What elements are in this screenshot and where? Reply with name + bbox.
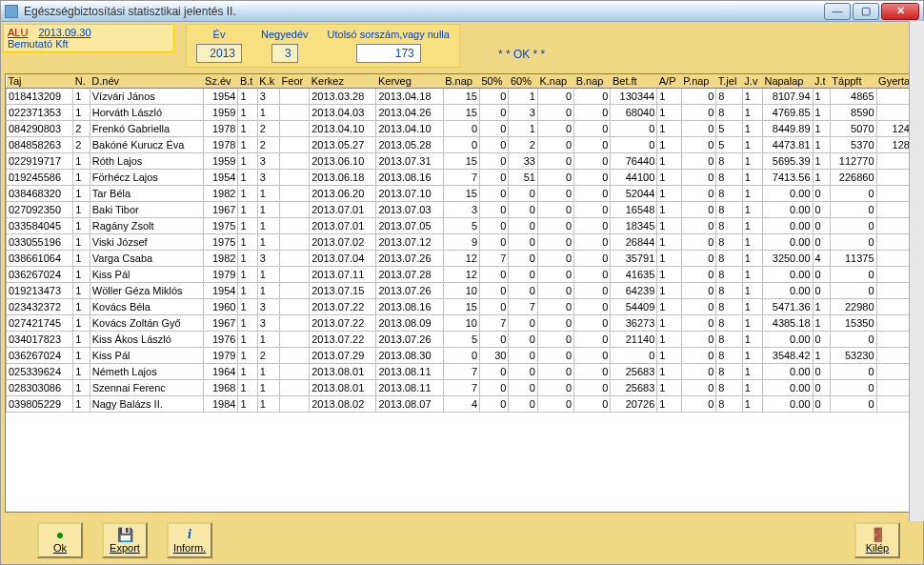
table-row[interactable]: 0362670241Kiss Pál1979112013.07.112013.0… [7, 267, 918, 283]
cell[interactable]: 0 [574, 283, 611, 299]
cell[interactable]: 1 [238, 218, 257, 234]
cell[interactable]: 5 [716, 137, 743, 153]
cell[interactable]: 2013.07.15 [310, 283, 376, 299]
cell[interactable]: 15 [443, 299, 479, 315]
cell[interactable]: 0 [681, 332, 716, 348]
cell[interactable]: 1 [238, 137, 257, 153]
cell[interactable]: 025339624 [7, 364, 73, 380]
table-row[interactable]: 0283030861Szennai Ferenc1968112013.08.01… [7, 380, 918, 396]
cell[interactable]: 0 [574, 186, 611, 202]
cell[interactable]: 1 [73, 332, 90, 348]
cell[interactable]: 8590 [830, 105, 876, 121]
cell[interactable]: 5 [716, 121, 743, 137]
cell[interactable]: 2013.07.31 [376, 153, 443, 170]
cell[interactable]: 2013.08.16 [376, 170, 443, 186]
cell[interactable]: 0 [480, 121, 509, 137]
cell[interactable]: 2013.07.01 [310, 218, 376, 234]
cell[interactable]: 2013.06.10 [310, 153, 376, 170]
cell[interactable]: 5695.39 [762, 153, 813, 170]
cell[interactable]: 1 [73, 251, 90, 267]
cell[interactable]: 0 [537, 234, 573, 251]
cell[interactable]: 12 [443, 267, 479, 283]
cell[interactable]: 1 [742, 186, 762, 202]
cell[interactable] [280, 137, 310, 153]
cell[interactable]: 1 [238, 186, 257, 202]
cell[interactable]: 0 [480, 153, 509, 170]
cell[interactable]: 1 [238, 153, 257, 170]
table-row[interactable]: 0253396241Németh Lajos1964112013.08.0120… [7, 364, 918, 380]
cell[interactable]: 0 [537, 251, 573, 267]
cell[interactable]: 5070 [830, 121, 876, 137]
cell[interactable]: 2013.08.01 [310, 380, 376, 396]
cell[interactable]: 1 [657, 170, 681, 186]
cell[interactable]: 1 [238, 89, 257, 105]
cell[interactable]: 1 [657, 267, 681, 283]
cell[interactable]: 1 [813, 121, 830, 137]
cell[interactable] [280, 202, 310, 218]
cell[interactable]: 1 [73, 105, 90, 121]
cell[interactable]: 1 [742, 137, 762, 153]
table-row[interactable]: 0398052291Nagy Balázs II.1984112013.08.0… [7, 396, 918, 413]
company-code-link[interactable]: ALU [8, 27, 28, 38]
cell[interactable]: 1 [742, 396, 762, 413]
cell[interactable]: 0 [537, 202, 573, 218]
cell[interactable]: 0 [681, 315, 716, 332]
cell[interactable]: 52044 [611, 186, 657, 202]
cell[interactable]: 2013.07.22 [310, 332, 376, 348]
cell[interactable]: 54409 [611, 299, 657, 315]
cell[interactable]: 0 [509, 218, 537, 234]
cell[interactable]: 1 [73, 218, 90, 234]
ok-button[interactable]: ● Ok [37, 522, 83, 558]
cell[interactable]: 8 [716, 299, 743, 315]
cell[interactable]: 8 [716, 315, 743, 332]
cell[interactable]: 1984 [203, 396, 238, 413]
cell[interactable]: 1 [657, 121, 681, 137]
table-row[interactable]: 0386610641Varga Csaba1982132013.07.04201… [7, 251, 918, 267]
cell[interactable]: 0 [509, 315, 537, 332]
cell[interactable]: 4865 [830, 89, 876, 105]
cell[interactable]: 1 [73, 153, 90, 170]
cell[interactable]: 038468320 [7, 186, 73, 202]
cell[interactable]: 1 [742, 299, 762, 315]
cell[interactable]: 0 [480, 202, 509, 218]
cell[interactable]: 2013.04.18 [376, 89, 443, 105]
cell[interactable]: 0 [830, 186, 876, 202]
cell[interactable]: 0 [480, 364, 509, 380]
cell[interactable]: 2013.07.29 [310, 348, 376, 364]
cell[interactable]: 0.00 [762, 364, 813, 380]
cell[interactable]: 8 [716, 234, 743, 251]
cell[interactable]: 0 [813, 364, 830, 380]
cell[interactable]: 2013.08.01 [310, 364, 376, 380]
cell[interactable]: 16548 [611, 202, 657, 218]
cell[interactable]: 2013.06.18 [310, 170, 376, 186]
cell[interactable]: 0 [611, 348, 657, 364]
cell[interactable]: 0 [830, 396, 876, 413]
cell[interactable]: 1 [742, 380, 762, 396]
cell[interactable]: Horváth László [90, 105, 203, 121]
cell[interactable]: 1979 [203, 348, 238, 364]
cell[interactable]: Kiss Ákos László [90, 332, 203, 348]
cell[interactable]: 0 [681, 170, 716, 186]
cell[interactable]: 1 [742, 332, 762, 348]
cell[interactable]: 4 [443, 396, 479, 413]
cell[interactable]: 027421745 [7, 315, 73, 332]
cell[interactable]: 028303086 [7, 380, 73, 396]
exit-button[interactable]: 🚪 Kilép [854, 522, 900, 558]
cell[interactable]: 1 [257, 218, 279, 234]
cell[interactable]: 0 [574, 315, 611, 332]
cell[interactable]: 1 [238, 202, 257, 218]
cell[interactable]: 019245586 [7, 170, 73, 186]
cell[interactable]: 2013.07.22 [310, 299, 376, 315]
cell[interactable]: 1 [238, 380, 257, 396]
cell[interactable]: Kiss Pál [90, 267, 203, 283]
cell[interactable]: 034017823 [7, 332, 73, 348]
cell[interactable]: 8 [716, 105, 743, 121]
cell[interactable]: 1967 [203, 315, 238, 332]
table-row[interactable]: 0848582632Bakóné Kurucz Éva1978122013.05… [7, 137, 918, 153]
cell[interactable]: 1 [813, 137, 830, 153]
cell[interactable]: 0 [443, 137, 479, 153]
cell[interactable]: 1978 [203, 121, 238, 137]
cell[interactable]: Baki Tibor [90, 202, 203, 218]
cell[interactable]: 022371353 [7, 105, 73, 121]
cell[interactable]: 0 [509, 267, 537, 283]
